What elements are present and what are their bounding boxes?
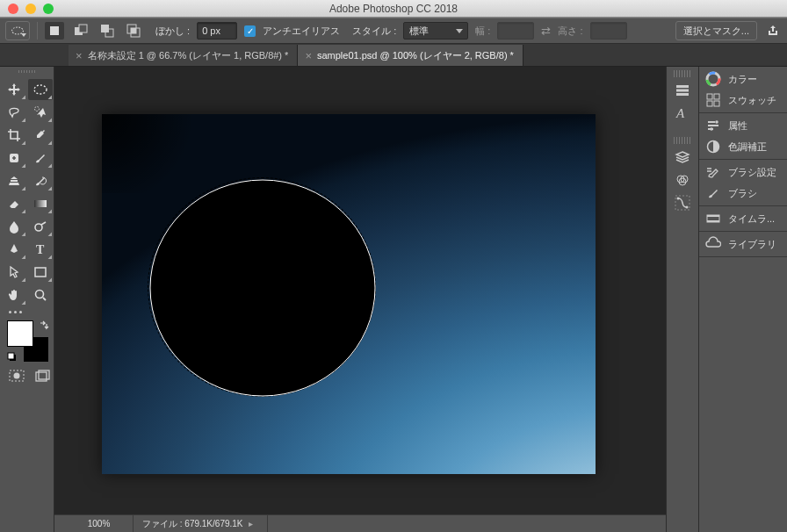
elliptical-selection-marquee xyxy=(148,177,376,397)
pen-tool[interactable] xyxy=(2,239,26,260)
move-tool[interactable] xyxy=(2,79,26,100)
selection-mode-subtract[interactable] xyxy=(97,22,117,40)
quick-mask-icon[interactable] xyxy=(9,370,25,384)
status-menu-icon[interactable]: ▸ xyxy=(243,519,258,528)
selection-mode-add[interactable] xyxy=(71,22,90,40)
panel-label: スウォッチ xyxy=(728,94,776,107)
svg-text:A: A xyxy=(675,106,685,120)
layers-panel-icon[interactable] xyxy=(669,146,696,169)
svg-rect-1 xyxy=(50,26,59,35)
svg-rect-47 xyxy=(707,215,719,217)
width-label: 幅 : xyxy=(475,25,490,38)
svg-rect-15 xyxy=(35,268,46,277)
swap-colors-icon[interactable] xyxy=(39,320,49,331)
current-tool-preset[interactable] xyxy=(5,21,30,40)
brush-icon xyxy=(705,185,721,201)
elliptical-marquee-tool[interactable] xyxy=(28,79,53,100)
brush-tool[interactable] xyxy=(28,147,53,169)
svg-rect-48 xyxy=(707,220,719,222)
window-minimize-button[interactable] xyxy=(25,4,36,14)
channels-panel-icon[interactable] xyxy=(669,169,696,191)
swatches-icon xyxy=(705,92,721,108)
foreground-color-swatch[interactable] xyxy=(7,320,33,347)
history-panel-icon[interactable] xyxy=(669,79,696,102)
clone-stamp-tool[interactable] xyxy=(2,170,26,191)
color-wheel-icon xyxy=(705,71,721,87)
brush-settings-icon xyxy=(705,164,721,180)
lasso-tool[interactable] xyxy=(2,102,26,123)
healing-brush-tool[interactable] xyxy=(2,147,26,169)
select-and-mask-button[interactable]: 選択とマスク... xyxy=(675,21,757,40)
crop-tool[interactable] xyxy=(2,125,26,146)
panel-label: ブラシ xyxy=(728,187,757,200)
panel-gripper[interactable] xyxy=(674,137,691,144)
window-titlebar: Adobe Photoshop CC 2018 xyxy=(0,0,787,18)
panel-tab-swatches[interactable]: スウォッチ xyxy=(699,90,787,111)
window-zoom-button[interactable] xyxy=(43,4,54,14)
file-size-cell[interactable]: ファイル : 679.1K/679.1K ▸ xyxy=(134,515,268,532)
svg-point-13 xyxy=(35,224,42,231)
gradient-tool[interactable] xyxy=(28,193,53,214)
svg-point-0 xyxy=(12,27,24,34)
hand-tool[interactable] xyxy=(2,284,26,306)
feather-input[interactable] xyxy=(197,22,237,40)
panel-tab-properties[interactable]: 属性 xyxy=(699,115,787,136)
close-tab-icon[interactable]: × xyxy=(305,49,312,62)
panel-gripper[interactable] xyxy=(2,70,52,77)
file-size-value: 679.1K/679.1K xyxy=(184,519,242,528)
panel-tab-brush[interactable]: ブラシ xyxy=(699,183,787,204)
window-close-button[interactable] xyxy=(8,4,18,14)
svg-point-44 xyxy=(710,127,713,131)
close-tab-icon[interactable]: × xyxy=(76,49,83,62)
document-canvas[interactable] xyxy=(102,114,596,474)
panel-tab-timeline[interactable]: タイムラ... xyxy=(699,208,787,229)
panel-gripper[interactable] xyxy=(674,70,691,77)
canvas-area[interactable]: 100% ファイル : 679.1K/679.1K ▸ xyxy=(54,67,666,532)
character-panel-icon[interactable]: A xyxy=(669,102,696,125)
zoom-level[interactable]: 100% xyxy=(65,515,134,532)
share-icon[interactable] xyxy=(764,25,782,37)
panels-dock: カラー スウォッチ 属性 色調補正 ブラシ設定 ブ xyxy=(699,67,787,532)
height-input xyxy=(590,22,627,40)
document-tabbar: × 名称未設定 1 @ 66.7% (レイヤー 1, RGB/8#) * × s… xyxy=(0,44,787,67)
screen-mode-icon[interactable] xyxy=(35,370,51,384)
selection-mode-intersect[interactable] xyxy=(124,22,143,40)
svg-point-43 xyxy=(715,120,718,124)
antialias-label: アンチエイリアス xyxy=(263,25,340,38)
style-select[interactable]: 標準 xyxy=(403,22,468,40)
panel-label: 色調補正 xyxy=(728,140,767,154)
path-selection-tool[interactable] xyxy=(2,262,26,283)
adjustments-icon xyxy=(705,139,721,155)
panel-tab-adjustments[interactable]: 色調補正 xyxy=(699,136,787,157)
eraser-tool[interactable] xyxy=(2,193,26,214)
edit-toolbar-button[interactable] xyxy=(2,306,52,317)
file-size-label: ファイル : xyxy=(142,518,183,530)
blur-tool[interactable] xyxy=(2,216,26,237)
eyedropper-tool[interactable] xyxy=(28,125,53,146)
svg-rect-3 xyxy=(79,25,87,32)
app-title: Adobe Photoshop CC 2018 xyxy=(0,3,787,15)
svg-point-9 xyxy=(34,85,47,94)
document-tab[interactable]: × sample01.psd @ 100% (レイヤー 2, RGB/8) * xyxy=(298,45,523,66)
type-tool[interactable]: T xyxy=(28,239,53,260)
zoom-value: 100% xyxy=(88,519,111,528)
paths-panel-icon[interactable] xyxy=(669,191,696,214)
panel-tab-color[interactable]: カラー xyxy=(699,68,787,90)
rectangle-tool[interactable] xyxy=(28,262,53,283)
svg-rect-8 xyxy=(131,28,136,33)
document-tab[interactable]: × 名称未設定 1 @ 66.7% (レイヤー 1, RGB/8#) * xyxy=(69,45,298,66)
antialias-checkbox[interactable]: ✓ xyxy=(244,25,256,37)
history-brush-tool[interactable] xyxy=(28,170,53,191)
svg-rect-42 xyxy=(714,101,719,106)
svg-rect-27 xyxy=(676,93,689,96)
svg-rect-40 xyxy=(714,94,719,99)
panel-tab-library[interactable]: ライブラリ xyxy=(699,234,787,255)
selection-mode-new[interactable] xyxy=(45,22,64,40)
document-tab-label: sample01.psd @ 100% (レイヤー 2, RGB/8) * xyxy=(317,49,514,62)
default-colors-icon[interactable] xyxy=(7,352,18,363)
quick-selection-tool[interactable] xyxy=(28,102,53,123)
dodge-tool[interactable] xyxy=(28,216,53,237)
zoom-tool[interactable] xyxy=(28,284,53,306)
panel-tab-brush-settings[interactable]: ブラシ設定 xyxy=(699,162,787,183)
toolbox: T xyxy=(0,67,54,532)
